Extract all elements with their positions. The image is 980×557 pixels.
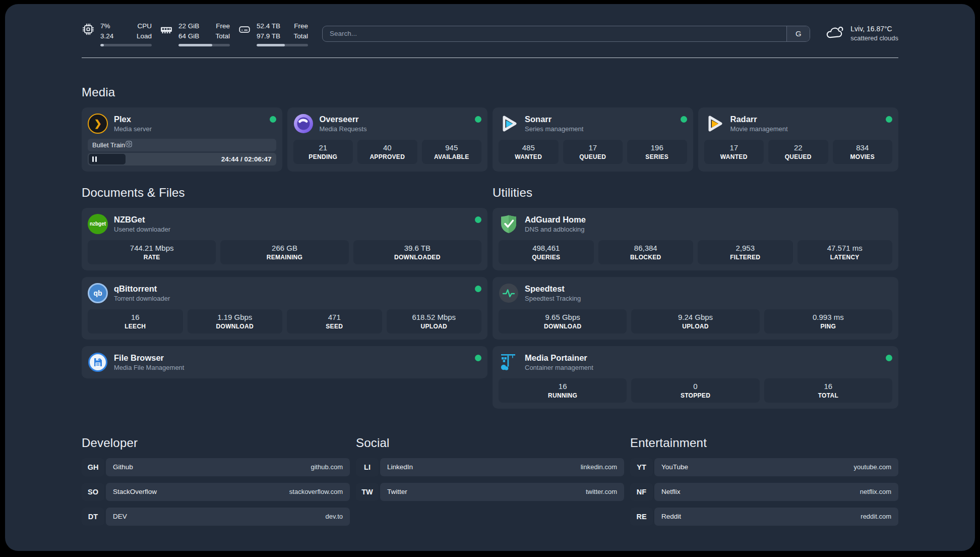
ram-icon: [160, 21, 173, 38]
stackoverflow-abbr-icon: SO: [82, 483, 104, 501]
twitter-abbr-icon: TW: [356, 483, 379, 501]
cpu-stat-widget: 7% 3.24 CPU Load: [82, 21, 152, 46]
link-name: Netflix: [661, 488, 681, 495]
qbittorrent-subtitle: Torrent downloader: [114, 295, 170, 302]
session-icon: [125, 140, 133, 149]
sonarr-card[interactable]: Sonarr Series management 485WANTED 17QUE…: [493, 107, 693, 172]
nzbget-card[interactable]: nzbget NZBGet Usenet downloader 744.21 M…: [82, 208, 487, 270]
disk-stat-widget: 52.4 TB 97.9 TB Free Total: [238, 21, 308, 46]
stat-tile: 9.24 GbpsUPLOAD: [631, 309, 759, 333]
plex-icon: ❯: [88, 114, 108, 134]
filebrowser-icon: [88, 352, 108, 372]
link-netflix[interactable]: NF Netflixnetflix.com: [630, 483, 898, 501]
stat-tile: 0STOPPED: [631, 378, 759, 403]
stat-tile: 16LEECH: [88, 309, 183, 333]
sonarr-status-dot: [681, 116, 687, 123]
nzbget-status-dot: [475, 216, 481, 223]
overseerr-title: Overseerr: [320, 115, 367, 124]
top-bar: 7% 3.24 CPU Load: [82, 21, 898, 46]
developer-section-title: Developer: [82, 436, 350, 450]
qbittorrent-card[interactable]: qb qBittorrent Torrent downloader 16LEEC…: [82, 277, 487, 340]
media-section-title: Media: [82, 85, 898, 99]
link-twitter[interactable]: TW Twittertwitter.com: [356, 483, 624, 501]
stat-tile: 0.993 msPING: [764, 309, 892, 333]
disk-total-label: Total: [293, 31, 308, 41]
linkedin-abbr-icon: LI: [356, 458, 379, 476]
section-documents: Documents & Files nzbget NZBGet Usenet d…: [82, 186, 487, 409]
stat-tile: 744.21 MbpsRATE: [88, 240, 216, 264]
section-entertainment: Entertainment YT YouTubeyoutube.com NF N…: [630, 436, 898, 532]
plex-now-playing: Bullet Train 24:44 / 02:06:47: [88, 139, 276, 165]
search-engine-button[interactable]: G: [786, 26, 810, 41]
overseerr-icon: [293, 114, 314, 134]
stat-tile: 834MOVIES: [833, 140, 893, 164]
dev-abbr-icon: DT: [82, 508, 104, 526]
link-linkedin[interactable]: LI LinkedInlinkedin.com: [356, 458, 624, 476]
cpu-label: CPU: [137, 21, 152, 31]
filebrowser-card[interactable]: File Browser Media File Management: [82, 346, 487, 378]
link-name: Twitter: [387, 488, 407, 495]
link-stackoverflow[interactable]: SO StackOverflowstackoverflow.com: [82, 483, 350, 501]
speedtest-title: Speedtest: [525, 284, 581, 294]
disk-free-value: 52.4 TB: [257, 21, 280, 31]
plex-subtitle: Media server: [114, 125, 152, 133]
link-dev[interactable]: DT DEVdev.to: [82, 508, 350, 526]
filebrowser-subtitle: Media File Management: [114, 364, 184, 371]
sonarr-subtitle: Series management: [525, 125, 583, 133]
section-developer: Developer GH Githubgithub.com SO StackOv…: [82, 436, 350, 532]
link-url: github.com: [311, 463, 343, 471]
weather-widget: Lviv, 16.87°C scattered clouds: [824, 24, 898, 43]
link-reddit[interactable]: RE Redditreddit.com: [630, 508, 898, 526]
stat-tile: 39.6 TBDOWNLOADED: [353, 240, 481, 264]
netflix-abbr-icon: NF: [630, 483, 653, 501]
link-url: reddit.com: [861, 513, 891, 520]
filebrowser-title: File Browser: [114, 353, 184, 363]
speedtest-icon: [499, 283, 519, 303]
pause-icon: [92, 156, 97, 162]
link-url: youtube.com: [854, 463, 891, 471]
entertainment-section-title: Entertainment: [630, 436, 898, 450]
overseerr-card[interactable]: Overseerr Media Requests 21PENDING 40APP…: [287, 107, 488, 172]
cpu-icon: [82, 21, 95, 38]
youtube-abbr-icon: YT: [630, 458, 653, 476]
adguard-card[interactable]: AdGuard Home DNS and adblocking 498,461Q…: [493, 208, 898, 270]
speedtest-card[interactable]: Speedtest Speedtest Tracking 9.65 GbpsDO…: [493, 277, 898, 340]
weather-location-temp: Lviv, 16.87°C: [850, 24, 898, 34]
link-url: twitter.com: [586, 488, 617, 495]
playback-time: 24:44 / 02:06:47: [221, 155, 276, 163]
radarr-card[interactable]: Radarr Movie management 17WANTED 22QUEUE…: [698, 107, 899, 172]
nzbget-icon: nzbget: [88, 214, 108, 234]
stat-tile: 266 GBREMAINING: [220, 240, 348, 264]
stat-tile: 1.19 GbpsDOWNLOAD: [188, 309, 283, 333]
stat-tile: 16TOTAL: [764, 378, 892, 403]
adguard-subtitle: DNS and adblocking: [525, 226, 586, 233]
sonarr-icon: [499, 114, 519, 134]
portainer-subtitle: Container management: [525, 364, 593, 371]
scattered-clouds-icon: [824, 24, 844, 43]
now-playing-title: Bullet Train: [92, 141, 125, 149]
overseerr-subtitle: Media Requests: [320, 125, 367, 133]
ram-total-value: 64 GiB: [178, 31, 199, 41]
reddit-abbr-icon: RE: [630, 508, 653, 526]
link-youtube[interactable]: YT YouTubeyoutube.com: [630, 458, 898, 476]
stat-tile: 86,384BLOCKED: [598, 240, 694, 264]
portainer-card[interactable]: Media Portainer Container management 16R…: [493, 346, 898, 409]
search-input[interactable]: [323, 26, 786, 41]
cpu-usage-value: 7%: [100, 21, 113, 31]
playback-progress-bar: 24:44 / 02:06:47: [88, 153, 276, 165]
stat-tile: 498,461QUERIES: [499, 240, 594, 264]
disk-free-label: Free: [293, 21, 308, 31]
nzbget-subtitle: Usenet downloader: [114, 226, 170, 233]
header-divider: [82, 58, 898, 58]
portainer-icon: [499, 352, 519, 372]
section-media: Media ❯ Plex Media server Bullet Train: [82, 85, 898, 172]
link-url: netflix.com: [860, 488, 891, 495]
utilities-section-title: Utilities: [493, 186, 898, 200]
link-github[interactable]: GH Githubgithub.com: [82, 458, 350, 476]
stat-tile: 17WANTED: [704, 140, 764, 164]
plex-card[interactable]: ❯ Plex Media server Bullet Train: [82, 107, 282, 172]
plex-status-dot: [270, 116, 276, 123]
plex-title: Plex: [114, 115, 152, 124]
link-name: Reddit: [661, 513, 681, 520]
github-abbr-icon: GH: [82, 458, 104, 476]
